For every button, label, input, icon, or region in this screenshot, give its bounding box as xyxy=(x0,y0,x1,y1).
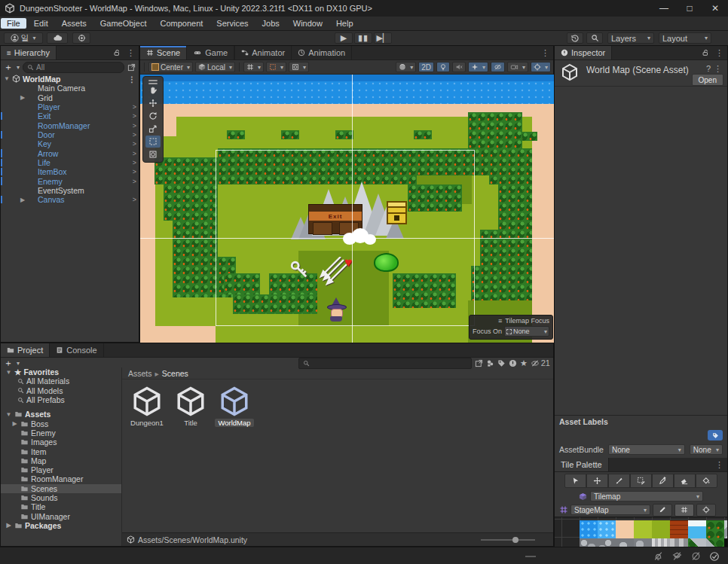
scale-tool-button[interactable] xyxy=(145,123,161,135)
step-button[interactable]: ▶▏ xyxy=(374,32,392,44)
grid-toggle-button[interactable] xyxy=(674,504,694,517)
prefab-arrow-icon[interactable]: > xyxy=(133,122,136,130)
gizmos-dropdown[interactable]: ▾ xyxy=(531,62,551,72)
select-tool-button[interactable] xyxy=(564,474,586,488)
favorite-item[interactable]: All Materials xyxy=(1,377,121,386)
maximize-button[interactable]: □ xyxy=(677,0,702,17)
play-button[interactable]: ▶ xyxy=(335,32,353,44)
move-tool-button[interactable] xyxy=(145,97,161,109)
hierarchy-item[interactable]: ▶ EventSystem > xyxy=(1,186,139,195)
hierarchy-item[interactable]: ▶ Main Camera > xyxy=(1,84,139,93)
effects-dropdown[interactable]: ▾ xyxy=(468,62,488,72)
prefab-arrow-icon[interactable]: > xyxy=(133,131,136,139)
folder-item[interactable]: ▶ Item xyxy=(1,447,121,456)
hierarchy-item[interactable]: ▶ ItemBox > xyxy=(1,167,139,176)
favorite-item[interactable]: All Prefabs xyxy=(1,395,121,404)
lock-icon[interactable] xyxy=(699,46,711,59)
shading-mode-dropdown[interactable]: ▾ xyxy=(396,62,416,72)
close-button[interactable]: ✕ xyxy=(702,0,728,17)
folder-item[interactable]: ▶ Images xyxy=(1,437,121,447)
box-fill-button[interactable] xyxy=(630,474,652,488)
create-button[interactable]: ＋▾ xyxy=(4,61,20,74)
undo-history-button[interactable] xyxy=(567,32,583,44)
folder-item[interactable]: ▶ UIManager xyxy=(1,511,121,520)
layers-dropdown[interactable]: Layers ▾ xyxy=(607,32,654,44)
prefab-arrow-icon[interactable]: > xyxy=(133,159,136,166)
collapse-arrow-icon[interactable]: ▼ xyxy=(5,411,12,418)
gizmos-toggle-button[interactable] xyxy=(696,504,716,517)
palette-dropdown[interactable]: StageMap▾ xyxy=(570,505,650,515)
hierarchy-item[interactable]: ▶ Key > xyxy=(1,139,139,148)
hierarchy-item[interactable]: ▶ Canvas > xyxy=(1,195,139,204)
hierarchy-item[interactable]: ▶ Exit > xyxy=(1,111,139,120)
tab-animator[interactable]: Animator xyxy=(234,46,292,59)
pivot-mode-dropdown[interactable]: Center▾ xyxy=(148,62,193,72)
scene-root-row[interactable]: ▼ WorldMap ⋮ xyxy=(1,74,139,84)
minimize-button[interactable]: — xyxy=(651,0,677,17)
expand-arrow-icon[interactable]: ▶ xyxy=(19,94,26,101)
palette-tile[interactable] xyxy=(616,520,634,538)
palette-tile[interactable] xyxy=(598,520,616,538)
expand-arrow-icon[interactable]: ▶ xyxy=(11,420,18,427)
overlay-handle-icon[interactable]: ≡ xyxy=(498,317,502,325)
menu-item[interactable]: Services xyxy=(210,18,254,29)
menu-item[interactable]: Edit xyxy=(28,18,54,29)
assetbundle-variant-dropdown[interactable]: None▾ xyxy=(690,444,723,455)
asset-file[interactable]: WorldMap xyxy=(213,386,256,427)
hierarchy-item[interactable]: ▶ Life > xyxy=(1,158,139,167)
tab-game[interactable]: Game xyxy=(187,46,234,59)
hierarchy-item[interactable]: ▶ Enemy > xyxy=(1,176,139,185)
favorite-item[interactable]: All Models xyxy=(1,386,121,395)
eraser-tool-button[interactable] xyxy=(674,474,696,488)
menu-item[interactable]: Component xyxy=(154,18,209,29)
global-search-button[interactable] xyxy=(586,32,603,44)
prefab-arrow-icon[interactable]: > xyxy=(133,112,136,120)
prefab-arrow-icon[interactable]: > xyxy=(133,150,136,157)
layout-dropdown[interactable]: Layout ▾ xyxy=(659,32,711,44)
audio-toggle[interactable] xyxy=(452,62,466,72)
open-search-icon[interactable] xyxy=(475,359,483,367)
transform-tool-button[interactable] xyxy=(145,148,161,160)
lock-icon[interactable] xyxy=(111,46,123,59)
folder-item[interactable]: ▶ Sounds xyxy=(1,493,121,502)
focus-on-dropdown[interactable]: None ▾ xyxy=(504,326,549,337)
notifications-muted-button[interactable] xyxy=(650,550,666,562)
snap-increment-dropdown[interactable]: ▾ xyxy=(266,62,286,72)
favorite-filter-icon[interactable]: ★ xyxy=(520,358,528,368)
thumbnail-size-slider[interactable] xyxy=(481,539,535,541)
tab-scene[interactable]: Scene xyxy=(140,46,187,59)
hierarchy-item[interactable]: ▶ RoomManager > xyxy=(1,120,139,130)
hierarchy-item[interactable]: ▶ Grid > xyxy=(1,93,139,102)
panel-menu-button[interactable]: ⋮ xyxy=(123,46,139,59)
expand-arrow-icon[interactable]: ▶ xyxy=(19,197,26,203)
pause-button[interactable]: ▮▮ xyxy=(354,32,372,44)
view-tool-button[interactable] xyxy=(145,84,161,96)
hierarchy-item[interactable]: ▶ Door > xyxy=(1,130,139,139)
folder-item[interactable]: ▶ RoomManager xyxy=(1,474,121,483)
tab-project[interactable]: Project xyxy=(1,343,50,357)
account-button[interactable]: 일 ▾ xyxy=(4,32,43,44)
rect-tool-button[interactable] xyxy=(145,136,161,148)
tab-hierarchy[interactable]: ≡ Hierarchy xyxy=(1,46,57,59)
paint-brush-button[interactable] xyxy=(608,474,630,488)
tab-inspector[interactable]: Inspector xyxy=(555,46,612,59)
fill-bucket-button[interactable] xyxy=(696,474,717,488)
tab-tile-palette[interactable]: Tile Palette xyxy=(555,458,609,471)
breadcrumb-leaf[interactable]: Scenes xyxy=(162,369,188,378)
folder-item[interactable]: ▶ Player xyxy=(1,465,121,474)
type-filter-icon[interactable] xyxy=(509,359,517,367)
refresh-muted-button[interactable] xyxy=(687,550,704,562)
tab-animation[interactable]: Animation xyxy=(292,46,352,59)
help-icon[interactable]: ? xyxy=(706,64,711,73)
menu-item[interactable]: Assets xyxy=(56,18,93,29)
layers-muted-button[interactable] xyxy=(668,550,685,562)
grid-snap-dropdown[interactable]: ▾ xyxy=(243,62,264,72)
assets-root[interactable]: ▼ Assets xyxy=(1,410,121,419)
palette-tile[interactable] xyxy=(724,520,727,538)
version-control-button[interactable] xyxy=(72,32,90,44)
open-scene-button[interactable]: Open xyxy=(692,74,723,86)
palette-tile[interactable] xyxy=(652,520,670,538)
breadcrumb-root[interactable]: Assets xyxy=(128,369,152,378)
packages-root[interactable]: ▶ Packages xyxy=(1,521,121,530)
label-button[interactable] xyxy=(708,430,723,441)
